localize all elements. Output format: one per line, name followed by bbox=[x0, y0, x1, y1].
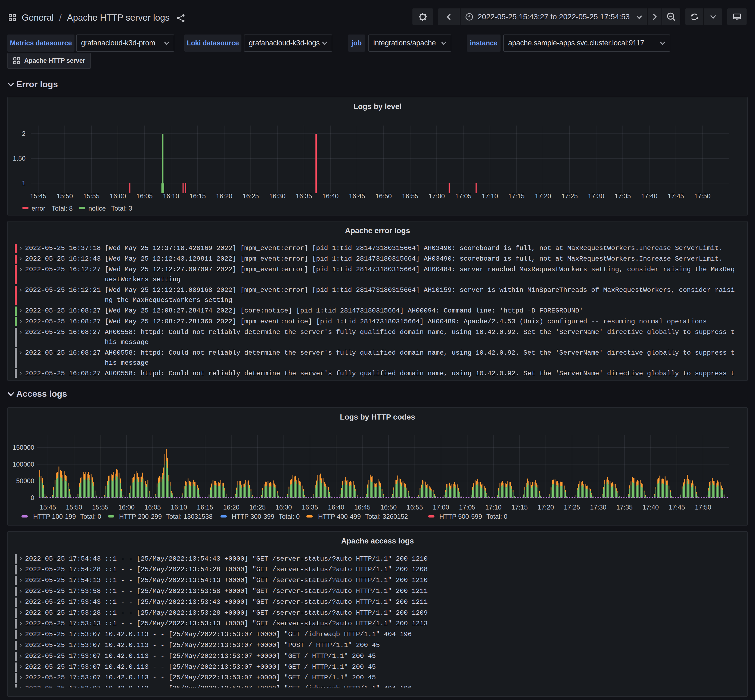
svg-text:Total: 13031538: Total: 13031538 bbox=[166, 513, 213, 520]
svg-text:Total: 0: Total: 0 bbox=[80, 513, 101, 520]
svg-text:15:45: 15:45 bbox=[30, 192, 47, 200]
svg-text:50000: 50000 bbox=[16, 477, 34, 484]
svg-text:17:20: 17:20 bbox=[535, 192, 551, 200]
svg-text:17:20: 17:20 bbox=[538, 503, 554, 511]
svg-text:17:10: 17:10 bbox=[485, 503, 501, 511]
svg-text:15:55: 15:55 bbox=[92, 503, 108, 511]
svg-text:16:00: 16:00 bbox=[118, 503, 135, 511]
svg-text:16:30: 16:30 bbox=[269, 192, 285, 200]
svg-text:HTTP 300-399: HTTP 300-399 bbox=[232, 513, 274, 520]
svg-text:0: 0 bbox=[31, 494, 34, 502]
svg-text:17:45: 17:45 bbox=[669, 503, 685, 511]
svg-text:16:15: 16:15 bbox=[190, 192, 206, 200]
svg-text:HTTP 200-299: HTTP 200-299 bbox=[119, 513, 162, 520]
svg-text:16:25: 16:25 bbox=[243, 192, 259, 200]
svg-text:16:05: 16:05 bbox=[145, 503, 161, 511]
svg-text:17:05: 17:05 bbox=[459, 503, 475, 511]
svg-text:HTTP 400-499: HTTP 400-499 bbox=[318, 513, 361, 520]
svg-text:15:50: 15:50 bbox=[66, 503, 82, 511]
svg-text:100000: 100000 bbox=[13, 460, 34, 468]
svg-text:1.50: 1.50 bbox=[13, 155, 25, 162]
svg-text:16:30: 16:30 bbox=[276, 503, 292, 511]
svg-text:notice: notice bbox=[88, 205, 106, 212]
svg-text:Total: 0: Total: 0 bbox=[486, 513, 508, 520]
svg-text:17:35: 17:35 bbox=[614, 192, 631, 200]
svg-text:17:40: 17:40 bbox=[642, 503, 659, 511]
svg-text:15:45: 15:45 bbox=[40, 503, 56, 511]
svg-text:Total: 8: Total: 8 bbox=[52, 205, 73, 212]
svg-text:16:25: 16:25 bbox=[249, 503, 266, 511]
svg-text:17:00: 17:00 bbox=[428, 192, 445, 200]
svg-text:17:30: 17:30 bbox=[588, 192, 605, 200]
svg-text:HTTP 500-599: HTTP 500-599 bbox=[439, 513, 482, 520]
svg-text:16:55: 16:55 bbox=[402, 192, 418, 200]
svg-text:16:35: 16:35 bbox=[302, 503, 318, 511]
svg-text:16:10: 16:10 bbox=[163, 192, 179, 200]
svg-text:17:05: 17:05 bbox=[455, 192, 471, 200]
svg-text:17:15: 17:15 bbox=[508, 192, 525, 200]
svg-text:17:30: 17:30 bbox=[590, 503, 606, 511]
svg-text:16:50: 16:50 bbox=[376, 192, 392, 200]
svg-text:16:00: 16:00 bbox=[110, 192, 126, 200]
svg-text:error: error bbox=[31, 205, 45, 212]
svg-text:16:45: 16:45 bbox=[354, 503, 371, 511]
svg-text:Total: 0: Total: 0 bbox=[279, 513, 299, 520]
svg-text:16:20: 16:20 bbox=[223, 503, 240, 511]
svg-text:16:55: 16:55 bbox=[407, 503, 423, 511]
svg-text:17:15: 17:15 bbox=[511, 503, 528, 511]
svg-text:HTTP 100-199: HTTP 100-199 bbox=[33, 513, 76, 520]
svg-text:17:10: 17:10 bbox=[482, 192, 498, 200]
svg-text:17:25: 17:25 bbox=[561, 192, 578, 200]
svg-text:Total: 3: Total: 3 bbox=[111, 205, 132, 212]
svg-text:16:20: 16:20 bbox=[216, 192, 232, 200]
svg-text:16:05: 16:05 bbox=[136, 192, 152, 200]
svg-text:15:50: 15:50 bbox=[56, 192, 73, 200]
svg-text:17:25: 17:25 bbox=[564, 503, 580, 511]
svg-text:16:50: 16:50 bbox=[381, 503, 397, 511]
svg-text:17:50: 17:50 bbox=[695, 503, 711, 511]
svg-text:17:40: 17:40 bbox=[641, 192, 657, 200]
svg-text:16:35: 16:35 bbox=[296, 192, 312, 200]
svg-text:15:55: 15:55 bbox=[83, 192, 100, 200]
svg-text:17:00: 17:00 bbox=[433, 503, 449, 511]
svg-text:16:10: 16:10 bbox=[171, 503, 187, 511]
svg-text:17:45: 17:45 bbox=[668, 192, 684, 200]
svg-text:16:45: 16:45 bbox=[349, 192, 365, 200]
svg-text:17:35: 17:35 bbox=[616, 503, 633, 511]
svg-text:1: 1 bbox=[22, 179, 25, 187]
svg-text:150000: 150000 bbox=[13, 444, 34, 451]
svg-text:Total: 3260152: Total: 3260152 bbox=[365, 513, 408, 520]
svg-text:16:40: 16:40 bbox=[322, 192, 338, 200]
svg-text:2: 2 bbox=[22, 130, 25, 137]
svg-text:16:40: 16:40 bbox=[328, 503, 344, 511]
svg-text:16:15: 16:15 bbox=[197, 503, 213, 511]
svg-text:17:50: 17:50 bbox=[694, 192, 710, 200]
